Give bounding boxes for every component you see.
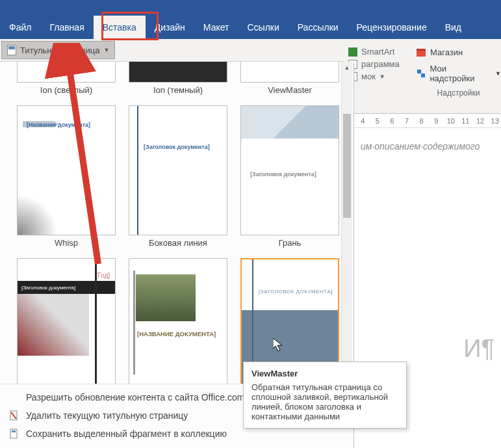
svg-rect-0	[417, 50, 426, 57]
cover-heading: [Заголовок документа]	[144, 144, 210, 150]
save-icon	[9, 428, 19, 439]
cover-thumbnail: [Заголовок документа]	[129, 105, 227, 235]
cover-label: Боковая линия	[129, 235, 227, 254]
chevron-down-icon: ▼	[103, 47, 109, 53]
cover-thumbnail	[17, 62, 116, 83]
cover-template-side-line[interactable]: [Заголовок документа] Боковая линия	[129, 105, 227, 254]
ruler-tick: 6	[386, 117, 398, 125]
ruler-tick: 4	[357, 117, 369, 125]
tooltip-title: ViewMaster	[251, 369, 398, 378]
store-icon	[416, 47, 426, 57]
ribbon-right-section: SmartArt раграмма мок ▼ Магазин Мои надс…	[344, 39, 501, 114]
cover-heading: [НАЗВАНИЕ ДОКУМЕНТА]	[137, 330, 216, 337]
cover-heading: [Название документа]	[27, 122, 90, 128]
chart-label: раграмма	[361, 59, 400, 69]
ruler-tick: 5	[372, 117, 384, 125]
group-label-addins: Надстройки	[416, 88, 501, 98]
cover-heading: [ЗАГОЛОВОК ДОКУМЕНТА]	[259, 289, 333, 295]
cover-template-motion[interactable]: [Год] [Заголовок документа] Движение	[17, 258, 116, 384]
cover-label: Ion (темный)	[129, 83, 227, 101]
cover-thumbnail	[129, 62, 227, 83]
ruler-tick: 8	[415, 117, 428, 125]
cover-thumbnail: [Год] [Заголовок документа]	[17, 258, 116, 384]
scroll-up-icon[interactable]: ▲	[342, 62, 352, 73]
footer-label: Удалить текущую титульную страницу	[26, 410, 188, 421]
ruler-tick: 11	[459, 117, 472, 125]
svg-rect-2	[417, 70, 421, 73]
cover-template-viewmaster-top[interactable]: ViewMaster	[240, 62, 339, 101]
cover-heading: [Заголовок документа]	[18, 281, 115, 294]
cover-label: Whisp	[17, 235, 116, 254]
cover-page-button[interactable]: Титульная страница ▼	[1, 41, 115, 59]
addins-icon	[416, 68, 426, 79]
store-label: Магазин	[430, 47, 463, 57]
store-button[interactable]: Магазин	[416, 47, 501, 57]
addins-button[interactable]: Мои надстройки ▼	[416, 64, 501, 83]
ruler: 4 5 6 7 8 9 10 11 12 13	[354, 114, 501, 128]
chevron-down-icon: ▼	[379, 73, 385, 80]
ribbon-tabs: Файл Главная Вставка Дизайн Макет Ссылки…	[0, 0, 501, 39]
svg-rect-3	[421, 73, 425, 77]
smartart-button[interactable]: SmartArt	[344, 47, 400, 57]
photo-placeholder	[136, 274, 196, 321]
cover-template-gran[interactable]: [Заголовок документа] Грань	[240, 105, 339, 254]
cover-thumbnail: [НАЗВАНИЕ ДОКУМЕНТА]	[129, 258, 227, 384]
cover-label: Грань	[240, 235, 339, 254]
smartart-icon	[348, 47, 357, 57]
ruler-tick: 10	[445, 117, 457, 125]
scroll-thumb[interactable]	[343, 114, 351, 218]
cover-template-ion-light[interactable]: Ion (светлый)	[17, 62, 116, 101]
svg-line-5	[11, 412, 16, 419]
chevron-down-icon: ▼	[495, 70, 501, 77]
footer-label: Сохранить выделенный фрагмент в коллекци…	[26, 428, 227, 439]
cover-page-label: Титульная страница	[20, 46, 99, 55]
cover-year: [Год]	[96, 272, 110, 279]
tab-design[interactable]: Дизайн	[146, 16, 194, 39]
cover-template-ion-dark[interactable]: Ion (темный)	[129, 62, 227, 101]
cover-label: ViewMaster	[240, 83, 339, 101]
cover-thumbnail: [Заголовок документа]	[240, 105, 339, 235]
cover-thumbnail: [Название документа]	[17, 105, 116, 235]
cover-thumbnail	[240, 62, 339, 83]
smartart-label: SmartArt	[361, 47, 394, 57]
screenshot-label: мок	[361, 72, 376, 81]
paragraph-mark: И¶	[463, 335, 495, 363]
ruler-tick: 7	[401, 117, 413, 125]
cover-template-integral[interactable]: [НАЗВАНИЕ ДОКУМЕНТА] Интеграл	[129, 258, 227, 384]
tab-home[interactable]: Главная	[40, 16, 93, 39]
cover-page-icon	[7, 45, 16, 55]
tab-layout[interactable]: Макет	[194, 16, 238, 39]
ruler-tick: 12	[474, 117, 487, 125]
cover-heading: [Заголовок документа]	[250, 171, 316, 178]
photo-placeholder	[18, 294, 89, 356]
addins-label: Мои надстройки	[430, 64, 491, 83]
cover-label: Ion (светлый)	[17, 83, 116, 101]
ruler-tick: 13	[489, 117, 501, 125]
tab-view[interactable]: Вид	[436, 16, 470, 39]
svg-rect-1	[417, 49, 426, 51]
blank-icon	[9, 392, 19, 402]
gallery-scrollbar[interactable]: ▲ ▼	[341, 62, 352, 384]
tooltip: ViewMaster Обратная титульная страница с…	[243, 362, 407, 428]
tab-review[interactable]: Рецензирование	[348, 16, 436, 39]
ruler-tick: 9	[430, 117, 443, 125]
remove-icon	[9, 410, 19, 421]
tab-insert[interactable]: Вставка	[94, 16, 146, 39]
tab-references[interactable]: Ссылки	[238, 16, 288, 39]
cover-template-whisp[interactable]: [Название документа] Whisp	[17, 105, 116, 254]
document-text[interactable]: им·описанием·содержимого	[354, 128, 501, 165]
footer-label: Разрешить обновление контента с сайта Of…	[26, 392, 244, 402]
tooltip-body: Обратная титульная страница со сплошной …	[251, 382, 398, 421]
tab-mailings[interactable]: Рассылки	[289, 16, 348, 39]
tab-file[interactable]: Файл	[0, 16, 40, 39]
svg-rect-7	[12, 430, 16, 432]
